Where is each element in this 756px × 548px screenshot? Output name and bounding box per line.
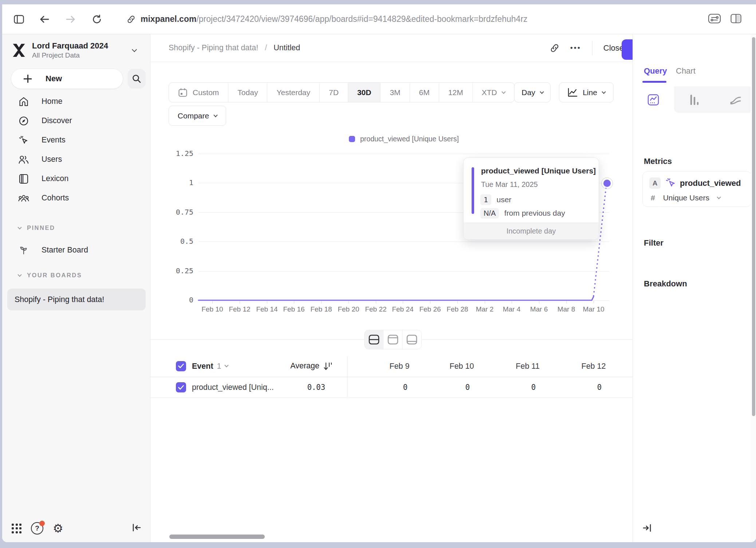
y-tick-label: 0.5 <box>161 237 193 246</box>
range-today[interactable]: Today <box>228 83 267 102</box>
sidebar-item-users[interactable]: Users <box>7 150 146 169</box>
sidebar-item-events[interactable]: Events <box>7 130 146 150</box>
your-boards-section-header[interactable]: YOUR BOARDS <box>7 272 82 279</box>
range-7d[interactable]: 7D <box>320 83 348 102</box>
back-icon[interactable] <box>36 11 52 27</box>
range-12m[interactable]: 12M <box>439 83 473 102</box>
breadcrumb-page[interactable]: Untitled <box>273 43 300 52</box>
sidebar-toggle-icon[interactable] <box>11 11 27 27</box>
x-tick <box>349 301 349 304</box>
layout-table-only-icon[interactable] <box>402 330 421 349</box>
sidebar-item-discover[interactable]: Discover <box>7 111 146 130</box>
event-column-header[interactable]: Event <box>192 361 213 371</box>
expand-panel-icon[interactable] <box>642 523 652 534</box>
sidebar-item-label: Events <box>42 136 66 145</box>
more-menu-icon[interactable]: ••• <box>570 44 581 52</box>
layout-chart-only-icon[interactable] <box>383 330 402 349</box>
chevron-down-icon[interactable] <box>224 363 228 367</box>
row-checkbox[interactable] <box>176 382 186 392</box>
x-tick <box>403 301 403 304</box>
reload-icon[interactable] <box>89 11 105 27</box>
range-xtd[interactable]: XTD <box>473 83 514 102</box>
x-tick <box>240 301 240 304</box>
pinned-section-header[interactable]: PINNED <box>7 224 55 231</box>
sidebar-item-starter-board[interactable]: Starter Board <box>7 240 146 260</box>
date-column-header: Feb 11 <box>499 361 557 371</box>
board-label: Shopify - Piping that data! <box>15 295 104 304</box>
flows-report-tab[interactable] <box>715 86 756 113</box>
close-button[interactable]: Close <box>603 43 624 53</box>
chart-type-dropdown[interactable]: Line <box>559 82 614 102</box>
x-tick <box>457 301 458 304</box>
aggregation-dropdown[interactable]: Unique Users <box>663 193 709 202</box>
metric-event-name: product_viewed <box>680 179 741 188</box>
tooltip-value: 1 <box>480 194 491 205</box>
split-view-icon[interactable] <box>731 14 741 25</box>
sidebar-item-home[interactable]: Home <box>7 92 146 111</box>
row-value: 0 <box>376 383 434 392</box>
chevron-down-icon <box>540 90 544 94</box>
sidebar-item-board-shopify[interactable]: Shopify - Piping that data! <box>7 289 146 310</box>
granularity-dropdown[interactable]: Day <box>514 82 551 102</box>
date-column-header: Feb 12 <box>564 361 623 371</box>
x-tick <box>321 301 322 304</box>
compare-dropdown[interactable]: Compare <box>169 106 226 126</box>
sidebar-item-label: Lexicon <box>42 174 68 183</box>
metric-card[interactable]: A product_viewed # Unique Users <box>642 171 752 207</box>
tab-query[interactable]: Query <box>644 66 667 76</box>
seedling-icon <box>18 245 29 256</box>
sidebar-item-lexicon[interactable]: Lexicon <box>7 169 146 188</box>
chevron-down-icon <box>501 90 505 94</box>
collapse-sidebar-icon[interactable] <box>132 523 141 534</box>
range-3m[interactable]: 3M <box>381 83 410 102</box>
notification-dot <box>39 521 45 526</box>
funnels-report-tab[interactable] <box>674 86 715 113</box>
apps-grid-icon[interactable] <box>12 524 21 533</box>
aggregation-symbol: # <box>651 193 655 202</box>
range-6m[interactable]: 6M <box>410 83 439 102</box>
url-host: mixpanel.com <box>141 14 196 24</box>
help-icon[interactable]: ? <box>31 522 43 535</box>
copy-link-icon[interactable] <box>550 43 559 53</box>
date-column-header: Feb 9 <box>370 361 429 371</box>
select-all-checkbox[interactable] <box>176 361 186 371</box>
gear-icon[interactable]: ⚙ <box>53 522 63 534</box>
tooltip-series-bar <box>472 167 474 214</box>
breadcrumb-separator: / <box>265 43 267 52</box>
average-column-header[interactable]: Average <box>290 361 319 371</box>
chart-legend[interactable]: product_viewed [Unique Users] <box>198 133 609 145</box>
row-average: 0.03 <box>260 383 325 392</box>
sidebar-item-label: Home <box>42 97 62 106</box>
horizontal-scrollbar-thumb[interactable] <box>169 535 265 539</box>
extensions-icon[interactable] <box>708 13 721 25</box>
breadcrumb-board[interactable]: Shopify - Piping that data! <box>169 43 258 52</box>
legend-swatch <box>349 136 355 142</box>
new-button[interactable]: New <box>11 68 123 89</box>
range-custom[interactable]: Custom <box>169 83 228 102</box>
range-yesterday[interactable]: Yesterday <box>267 83 320 102</box>
home-icon <box>18 96 29 107</box>
metric-letter-badge: A <box>649 177 661 189</box>
layout-split-icon[interactable] <box>365 330 383 349</box>
sidebar-item-label: Cohorts <box>42 193 69 203</box>
vertical-scrollbar <box>751 34 756 542</box>
search-button[interactable] <box>127 69 146 89</box>
range-30d[interactable]: 30D <box>348 83 381 102</box>
tooltip-delta-label: from previous day <box>504 209 565 217</box>
x-tick <box>430 301 430 304</box>
x-tick <box>539 301 539 304</box>
users-icon <box>18 154 29 165</box>
forward-icon[interactable] <box>63 11 79 27</box>
browser-toolbar: mixpanel.com/project/3472420/view/397469… <box>2 4 756 34</box>
table-divider <box>347 356 347 397</box>
tab-chart[interactable]: Chart <box>676 66 696 76</box>
vertical-scrollbar-thumb[interactable] <box>752 37 755 416</box>
table-row[interactable]: product_viewed [Uniq... 0.03 0 0 0 0 <box>150 377 633 398</box>
sort-icon[interactable] <box>323 361 332 371</box>
sidebar-item-cohorts[interactable]: Cohorts <box>7 188 146 208</box>
project-switcher[interactable]: Lord Farquaad 2024 All Project Data <box>11 40 144 60</box>
insights-report-tab[interactable] <box>633 86 674 113</box>
address-bar[interactable]: mixpanel.com/project/3472420/view/397469… <box>127 14 528 24</box>
row-value: 0 <box>438 383 497 392</box>
new-button-label: New <box>46 74 62 83</box>
